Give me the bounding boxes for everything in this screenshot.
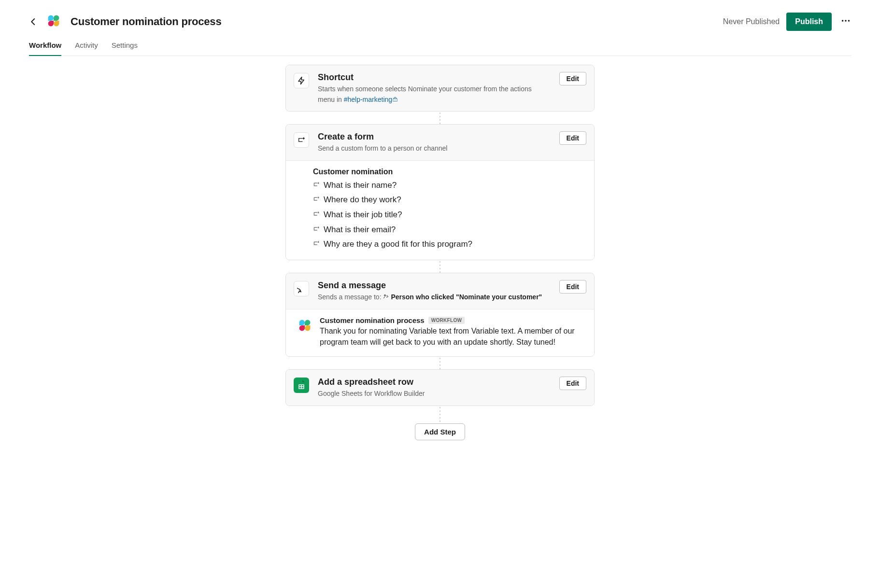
step-connector bbox=[439, 112, 441, 124]
svg-point-4 bbox=[384, 295, 386, 296]
lock-icon bbox=[393, 94, 397, 98]
step-description: Sends a message to: Person who clicked "… bbox=[318, 292, 551, 302]
back-icon[interactable] bbox=[29, 17, 38, 26]
text-field-icon bbox=[313, 194, 320, 206]
message-body: Thank you for nominating Variable text f… bbox=[320, 325, 584, 348]
svg-point-5 bbox=[387, 295, 387, 296]
workflow-badge: WORKFLOW bbox=[428, 317, 465, 324]
step-spreadsheet-row: Add a spreadsheet row Google Sheets for … bbox=[285, 369, 595, 406]
step-description: Google Sheets for Workflow Builder bbox=[318, 389, 551, 398]
header-bar: Customer nomination process Never Publis… bbox=[29, 0, 851, 38]
step-title: Shortcut bbox=[318, 72, 551, 83]
page-title: Customer nomination process bbox=[71, 15, 723, 28]
tab-workflow[interactable]: Workflow bbox=[29, 38, 61, 56]
publish-button[interactable]: Publish bbox=[786, 13, 832, 31]
step-connector bbox=[439, 357, 441, 369]
workflow-avatar-icon bbox=[296, 316, 314, 335]
step-connector bbox=[439, 260, 441, 273]
svg-point-7 bbox=[387, 297, 387, 297]
text-field-icon bbox=[313, 224, 320, 236]
step-shortcut: Shortcut Starts when someone selects Nom… bbox=[285, 65, 595, 112]
edit-button[interactable]: Edit bbox=[559, 280, 586, 294]
publish-status-text: Never Published bbox=[723, 17, 780, 26]
form-question: What is their job title? bbox=[313, 208, 567, 223]
text-field-icon bbox=[313, 238, 320, 251]
shortcut-icon bbox=[294, 73, 309, 88]
step-description: Starts when someone selects Nominate you… bbox=[318, 84, 551, 104]
message-icon bbox=[294, 281, 309, 296]
google-sheets-icon bbox=[294, 378, 309, 393]
step-title: Create a form bbox=[318, 131, 551, 142]
tab-settings[interactable]: Settings bbox=[112, 38, 138, 56]
edit-button[interactable]: Edit bbox=[559, 131, 586, 145]
recipient-text: Person who clicked "Nominate your custom… bbox=[391, 292, 542, 302]
slack-logo-icon bbox=[44, 12, 63, 31]
form-title: Customer nomination bbox=[313, 168, 567, 176]
text-field-icon bbox=[313, 209, 320, 221]
text-field-icon bbox=[313, 180, 320, 192]
channel-link[interactable]: #help-marketing bbox=[344, 96, 392, 103]
form-preview: Customer nomination What is their name? … bbox=[286, 160, 594, 260]
step-description: Send a custom form to a person or channe… bbox=[318, 143, 551, 153]
svg-point-6 bbox=[388, 296, 388, 297]
add-step-button[interactable]: Add Step bbox=[415, 423, 465, 440]
form-question: Where do they work? bbox=[313, 193, 567, 208]
workflow-canvas: Shortcut Starts when someone selects Nom… bbox=[29, 56, 851, 440]
step-connector bbox=[439, 406, 441, 423]
message-sender: Customer nomination process bbox=[320, 316, 425, 324]
message-preview: Customer nomination process WORKFLOW Tha… bbox=[286, 309, 594, 356]
form-question: What is their email? bbox=[313, 223, 567, 238]
svg-point-2 bbox=[848, 20, 850, 22]
tab-activity[interactable]: Activity bbox=[75, 38, 98, 56]
step-title: Send a message bbox=[318, 280, 551, 291]
step-send-message: Send a message Sends a message to: Perso… bbox=[285, 273, 595, 357]
edit-button[interactable]: Edit bbox=[559, 72, 586, 85]
form-icon bbox=[294, 132, 309, 148]
svg-point-1 bbox=[845, 20, 847, 22]
more-actions-icon[interactable] bbox=[840, 15, 851, 28]
form-question: Why are they a good fit for this program… bbox=[313, 237, 567, 252]
svg-rect-3 bbox=[393, 98, 397, 101]
svg-point-0 bbox=[842, 20, 844, 22]
step-title: Add a spreadsheet row bbox=[318, 377, 551, 388]
form-question: What is their name? bbox=[313, 178, 567, 193]
person-variable-icon bbox=[383, 292, 389, 302]
edit-button[interactable]: Edit bbox=[559, 377, 586, 390]
tab-bar: Workflow Activity Settings bbox=[29, 38, 851, 56]
step-create-form: Create a form Send a custom form to a pe… bbox=[285, 124, 595, 260]
